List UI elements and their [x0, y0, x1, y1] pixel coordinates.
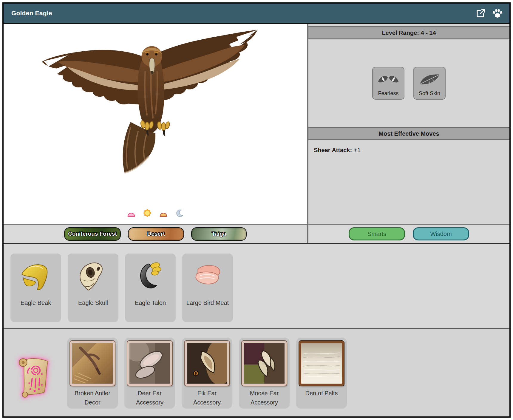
- move-bonus: +1: [354, 147, 361, 153]
- broken-antler-image: [70, 341, 115, 386]
- drop-card-eagle-skull[interactable]: Eagle Skull: [68, 254, 118, 322]
- decor-card-elk-ear[interactable]: Elk Ear Accessory: [182, 338, 232, 409]
- decor-section: Broken Antler Decor Deer Ear Accessory: [4, 329, 509, 416]
- trait-fearless[interactable]: Fearless: [372, 67, 404, 100]
- drop-label: Large Bird Meat: [182, 298, 233, 308]
- decor-card-moose-ear[interactable]: Moose Ear Accessory: [239, 338, 290, 409]
- trait-label: Soft Skin: [419, 90, 440, 97]
- biome-row: Coniferous Forest Desert Taiga: [4, 224, 307, 243]
- dawn-icon: [126, 208, 136, 218]
- bird-meat-icon: [182, 254, 233, 296]
- effective-moves-header: Most Effective Moves: [308, 127, 509, 140]
- biome-taiga-button[interactable]: Taiga: [191, 227, 247, 241]
- battle-stats-row: Smarts Wisdom: [308, 224, 509, 243]
- deer-ear-image: [127, 341, 172, 386]
- eagle-beak-icon: [10, 254, 61, 296]
- creature-image-panel: [4, 24, 307, 224]
- feather-icon: [418, 67, 441, 90]
- decor-label: Broken Antler Decor: [67, 389, 118, 407]
- drop-card-eagle-beak[interactable]: Eagle Beak: [10, 254, 61, 322]
- effective-moves-text: Most Effective Moves: [378, 130, 439, 137]
- page: Golden Eagle: [0, 0, 513, 420]
- biome-desert-button[interactable]: Desert: [128, 227, 184, 241]
- drop-label: Eagle Beak: [10, 298, 61, 308]
- level-range-text: Level Range: 4 - 14: [382, 30, 436, 36]
- den-of-pelts-image: [299, 341, 344, 386]
- drops-section: Eagle Beak Eagle Skull: [4, 244, 509, 328]
- smarts-button[interactable]: Smarts: [349, 227, 405, 240]
- decor-label: Moose Ear Accessory: [239, 389, 290, 407]
- moose-ear-image: [242, 341, 287, 386]
- move-entry: Shear Attack:+1: [314, 147, 361, 154]
- drop-label: Eagle Skull: [68, 298, 118, 308]
- title-bar: Golden Eagle: [4, 4, 509, 24]
- decor-label: Deer Ear Accessory: [124, 389, 175, 407]
- decor-label: Den of Pelts: [296, 389, 347, 398]
- biome-label: Desert: [147, 231, 165, 237]
- eagle-talon-icon: [125, 254, 176, 296]
- drop-card-eagle-talon[interactable]: Eagle Talon: [125, 254, 176, 322]
- day-icon: [143, 208, 152, 218]
- active-times-row: [4, 208, 307, 218]
- paw-icon[interactable]: [492, 7, 503, 19]
- creature-illustration: [32, 27, 271, 183]
- cat-eyes-icon: [377, 67, 400, 90]
- creature-page: Golden Eagle: [2, 2, 511, 418]
- runestone-scroll-icon[interactable]: [14, 355, 53, 400]
- trait-label: Fearless: [378, 90, 398, 97]
- decor-card-den-of-pelts[interactable]: Den of Pelts: [296, 338, 347, 409]
- creature-info-panel: Level Range: 4 - 14 Fearless: [308, 24, 509, 243]
- drop-label: Eagle Talon: [125, 298, 176, 308]
- traits-row: Fearless Soft Skin: [308, 67, 509, 100]
- biome-coniferous-forest-button[interactable]: Coniferous Forest: [64, 227, 121, 241]
- page-title: Golden Eagle: [4, 10, 52, 17]
- open-in-new-tab-icon[interactable]: [475, 7, 487, 19]
- eagle-skull-icon: [68, 254, 118, 296]
- dusk-icon: [159, 208, 168, 218]
- level-range-header: Level Range: 4 - 14: [308, 26, 509, 39]
- biome-label: Coniferous Forest: [68, 231, 117, 237]
- night-icon: [175, 208, 184, 218]
- trait-soft-skin[interactable]: Soft Skin: [413, 67, 446, 100]
- drop-card-large-bird-meat[interactable]: Large Bird Meat: [182, 254, 233, 322]
- elk-ear-image: [185, 341, 229, 386]
- move-name: Shear Attack:: [314, 147, 352, 153]
- title-bar-actions: [475, 7, 509, 19]
- decor-card-deer-ear[interactable]: Deer Ear Accessory: [124, 338, 175, 409]
- decor-label: Elk Ear Accessory: [182, 389, 232, 407]
- decor-card-row: Broken Antler Decor Deer Ear Accessory: [67, 338, 347, 409]
- wisdom-button[interactable]: Wisdom: [413, 227, 469, 240]
- decor-card-broken-antler[interactable]: Broken Antler Decor: [67, 338, 118, 409]
- biome-label: Taiga: [212, 231, 226, 237]
